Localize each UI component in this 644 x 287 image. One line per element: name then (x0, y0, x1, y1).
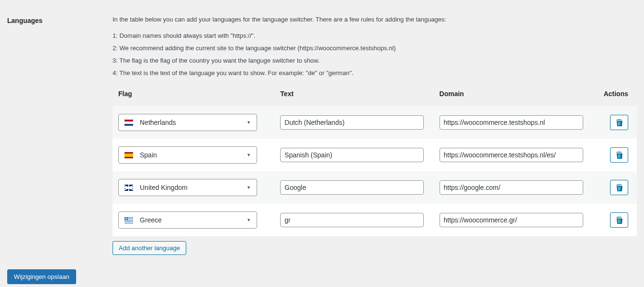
desc-rule-4: 4: The text is the text of the language … (113, 68, 637, 78)
flag-icon (124, 217, 133, 223)
chevron-down-icon: ▼ (247, 218, 251, 222)
desc-intro: In the table below you can add your lang… (113, 14, 637, 25)
domain-input[interactable] (440, 115, 583, 130)
section-heading: Languages (7, 17, 113, 24)
col-header-flag: Flag (113, 86, 274, 106)
delete-row-button[interactable] (610, 115, 628, 130)
flag-select[interactable]: United Kingdom ▼ (118, 179, 257, 196)
section-description: In the table below you can add your lang… (113, 14, 637, 78)
save-changes-button[interactable]: Wijzigingen opslaan (7, 269, 76, 284)
languages-table: Flag Text Domain Actions Netherlands ▼ (113, 86, 637, 236)
col-header-text: Text (274, 86, 433, 106)
flag-icon (124, 152, 133, 158)
domain-input[interactable] (440, 148, 583, 162)
flag-label: Spain (140, 151, 157, 159)
flag-icon (124, 185, 133, 191)
flag-label: United Kingdom (140, 184, 188, 191)
delete-row-button[interactable] (610, 147, 628, 163)
trash-icon (616, 119, 622, 126)
flag-label: Greece (140, 216, 162, 224)
text-input[interactable] (280, 180, 424, 195)
table-row: United Kingdom ▼ (113, 171, 637, 204)
trash-icon (616, 216, 622, 224)
flag-select[interactable]: Spain ▼ (118, 146, 257, 164)
domain-input[interactable] (440, 213, 583, 227)
desc-rule-1: 1: Domain names should always start with… (113, 31, 637, 41)
flag-select[interactable]: Greece ▼ (118, 211, 257, 229)
trash-icon (616, 184, 622, 191)
delete-row-button[interactable] (610, 212, 628, 228)
domain-input[interactable] (440, 180, 583, 195)
table-row: Spain ▼ (113, 139, 637, 171)
delete-row-button[interactable] (610, 180, 628, 195)
text-input[interactable] (280, 213, 424, 227)
col-header-domain: Domain (434, 86, 593, 106)
trash-icon (616, 151, 622, 159)
add-language-button[interactable]: Add another language (113, 241, 186, 255)
desc-rule-3: 3: The flag is the flag of the country y… (113, 55, 637, 66)
flag-icon (124, 120, 133, 126)
chevron-down-icon: ▼ (247, 185, 251, 190)
chevron-down-icon: ▼ (247, 120, 251, 125)
flag-select[interactable]: Netherlands ▼ (118, 114, 257, 131)
desc-rule-2: 2: We recommend adding the current site … (113, 43, 637, 54)
flag-label: Netherlands (140, 119, 176, 126)
chevron-down-icon: ▼ (247, 153, 251, 157)
col-header-actions: Actions (593, 86, 637, 106)
text-input[interactable] (280, 148, 424, 162)
table-row: Netherlands ▼ (113, 106, 637, 139)
table-row: Greece ▼ (113, 204, 637, 236)
text-input[interactable] (280, 115, 424, 130)
